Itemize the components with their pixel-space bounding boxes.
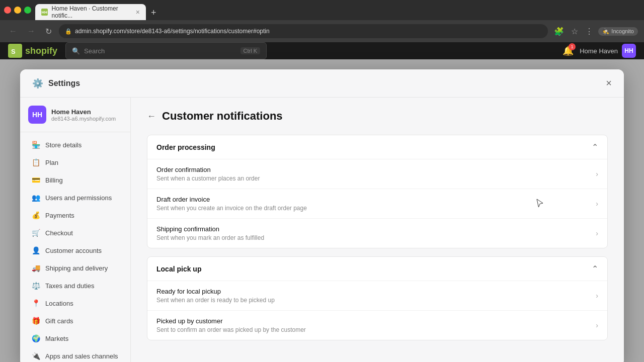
- window-controls: [4, 7, 31, 14]
- sidebar-label-plan: Plan: [45, 159, 58, 166]
- page-header: ← Customer notifications: [147, 110, 608, 123]
- order-confirmation-title: Order confirmation: [156, 166, 596, 173]
- more-icon[interactable]: ⋮: [583, 25, 595, 38]
- sidebar-item-users-permissions[interactable]: 👥 Users and permissions: [23, 189, 127, 206]
- order-processing-title: Order processing: [156, 143, 215, 151]
- shipping-confirmation-item[interactable]: Shipping confirmation Sent when you mark…: [147, 218, 607, 248]
- new-tab-button[interactable]: +: [147, 6, 160, 20]
- search-icon: 🔍: [72, 47, 80, 55]
- sidebar-item-plan[interactable]: 📋 Plan: [23, 154, 127, 171]
- address-bar-row: ← → ↻ 🔒 admin.shopify.com/store/de8143-a…: [0, 20, 644, 42]
- shipping-icon: 🚚: [31, 263, 40, 273]
- window-maximize-btn[interactable]: [24, 7, 31, 14]
- sidebar-label-markets: Markets: [45, 335, 68, 342]
- app-content: S shopify 🔍 Search Ctrl K 🔔 1 Home Haven…: [0, 42, 644, 362]
- incognito-icon: 🕵: [602, 28, 609, 35]
- tab-bar: HH Home Haven · Customer notific... × +: [35, 0, 640, 20]
- shipping-confirmation-arrow: ›: [596, 229, 598, 237]
- search-bar[interactable]: 🔍 Search Ctrl K: [65, 42, 267, 59]
- sidebar-item-billing[interactable]: 💳 Billing: [23, 171, 127, 189]
- svg-text:S: S: [11, 48, 16, 55]
- settings-title-row: ⚙️ Settings: [32, 78, 80, 89]
- notification-badge: 1: [569, 43, 576, 50]
- order-confirmation-item[interactable]: Order confirmation Sent when a customer …: [147, 159, 607, 189]
- notification-button[interactable]: 🔔 1: [562, 45, 574, 56]
- shopify-logo-icon: S: [8, 44, 22, 58]
- search-shortcut: Ctrl K: [240, 47, 261, 54]
- extensions-icon[interactable]: 🧩: [552, 25, 566, 38]
- forward-button[interactable]: →: [24, 25, 38, 38]
- bookmark-icon[interactable]: ☆: [569, 25, 580, 38]
- store-avatar: HH: [622, 44, 636, 58]
- tab-favicon: HH: [41, 9, 48, 16]
- ready-for-pickup-desc: Sent when an order is ready to be picked…: [156, 297, 596, 304]
- local-pickup-toggle[interactable]: ⌃: [592, 264, 598, 274]
- gift-cards-icon: 🎁: [31, 316, 40, 325]
- sidebar-item-gift-cards[interactable]: 🎁 Gift cards: [23, 312, 127, 329]
- sidebar-store-avatar: HH: [28, 106, 46, 124]
- search-placeholder: Search: [84, 47, 105, 55]
- settings-close-button[interactable]: ×: [606, 77, 612, 89]
- shopify-wordmark: shopify: [25, 46, 57, 56]
- sidebar-store-domain: de8143-a6.myshopify.com: [51, 116, 116, 122]
- sidebar-store-name: Home Haven: [51, 108, 116, 116]
- checkout-icon: 🛒: [31, 228, 40, 237]
- sidebar-item-shipping-delivery[interactable]: 🚚 Shipping and delivery: [23, 259, 127, 277]
- draft-order-desc: Sent when you create an invoice on the d…: [156, 205, 596, 212]
- back-button[interactable]: ←: [147, 111, 156, 122]
- draft-order-info: Draft order invoice Sent when you create…: [156, 196, 596, 212]
- sidebar-label-taxes-duties: Taxes and duties: [45, 282, 95, 290]
- local-pickup-header[interactable]: Local pick up ⌃: [147, 257, 607, 281]
- sidebar-label-store-details: Store details: [45, 141, 82, 149]
- plan-icon: 📋: [31, 158, 40, 167]
- page-title: Customer notifications: [162, 110, 283, 123]
- store-name-label: Home Haven: [580, 47, 618, 55]
- picked-up-info: Picked up by customer Sent to confirm an…: [156, 317, 596, 333]
- sidebar-item-markets[interactable]: 🌍 Markets: [23, 330, 127, 347]
- settings-body: HH Home Haven de8143-a6.myshopify.com 🏪 …: [20, 98, 624, 362]
- draft-order-arrow: ›: [596, 200, 598, 208]
- sidebar-label-customer-accounts: Customer accounts: [45, 247, 102, 254]
- ready-for-pickup-item[interactable]: Ready for local pickup Sent when an orde…: [147, 281, 607, 310]
- order-processing-toggle[interactable]: ⌃: [592, 142, 598, 152]
- picked-up-by-customer-item[interactable]: Picked up by customer Sent to confirm an…: [147, 310, 607, 340]
- picked-up-desc: Sent to confirm an order was picked up b…: [156, 326, 596, 333]
- picked-up-title: Picked up by customer: [156, 317, 596, 325]
- sidebar-label-payments: Payments: [45, 212, 74, 219]
- sidebar-item-payments[interactable]: 💰 Payments: [23, 207, 127, 224]
- shipping-confirmation-info: Shipping confirmation Sent when you mark…: [156, 225, 596, 241]
- toolbar-icons: 🧩 ☆ ⋮ 🕵 Incognito: [552, 25, 638, 38]
- settings-overlay: ⚙️ Settings × HH Home Haven de8143-a6.my…: [0, 59, 644, 362]
- back-button[interactable]: ←: [6, 25, 20, 38]
- sidebar-label-checkout: Checkout: [45, 229, 73, 237]
- url-text: admin.shopify.com/store/de8143-a6/settin…: [75, 28, 270, 35]
- address-bar[interactable]: 🔒 admin.shopify.com/store/de8143-a6/sett…: [59, 24, 548, 38]
- store-selector[interactable]: Home Haven HH: [580, 44, 636, 58]
- shopify-topbar: S shopify 🔍 Search Ctrl K 🔔 1 Home Haven…: [0, 42, 644, 59]
- settings-gear-icon: ⚙️: [32, 78, 43, 89]
- tab-close-btn[interactable]: ×: [136, 8, 140, 16]
- store-details-icon: 🏪: [31, 140, 40, 149]
- sidebar-label-shipping-delivery: Shipping and delivery: [45, 264, 108, 272]
- sidebar-item-locations[interactable]: 📍 Locations: [23, 295, 127, 312]
- sidebar-label-users-permissions: Users and permissions: [45, 194, 112, 202]
- topbar-right: 🔔 1 Home Haven HH: [562, 44, 636, 58]
- order-processing-card: Order processing ⌃ Order confirmation Se…: [147, 135, 608, 248]
- local-pickup-title: Local pick up: [156, 265, 201, 273]
- sidebar-item-apps-sales-channels[interactable]: 🔌 Apps and sales channels: [23, 347, 127, 362]
- draft-order-invoice-item[interactable]: Draft order invoice Sent when you create…: [147, 189, 607, 218]
- order-processing-header[interactable]: Order processing ⌃: [147, 135, 607, 159]
- sidebar-item-checkout[interactable]: 🛒 Checkout: [23, 224, 127, 241]
- sidebar-store-text: Home Haven de8143-a6.myshopify.com: [51, 108, 116, 122]
- browser-chrome: HH Home Haven · Customer notific... × +: [0, 0, 644, 20]
- sidebar-label-billing: Billing: [45, 176, 63, 184]
- reload-button[interactable]: ↻: [42, 25, 55, 38]
- order-confirmation-arrow: ›: [596, 170, 598, 178]
- active-tab[interactable]: HH Home Haven · Customer notific... ×: [35, 4, 146, 20]
- window-close-btn[interactable]: [4, 7, 11, 14]
- sidebar-item-store-details[interactable]: 🏪 Store details: [23, 136, 127, 153]
- customer-accounts-icon: 👤: [31, 246, 40, 255]
- sidebar-item-taxes-duties[interactable]: ⚖️ Taxes and duties: [23, 277, 127, 294]
- sidebar-item-customer-accounts[interactable]: 👤 Customer accounts: [23, 242, 127, 259]
- window-minimize-btn[interactable]: [14, 7, 21, 14]
